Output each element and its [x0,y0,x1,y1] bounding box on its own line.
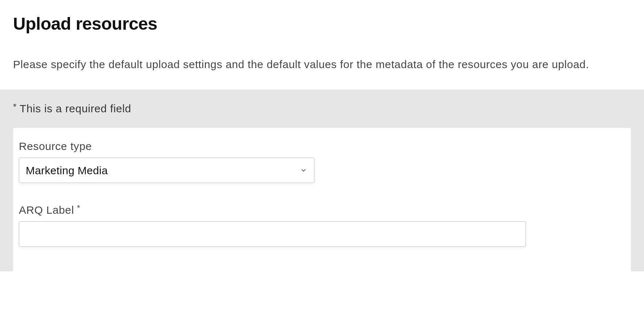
required-note-text: This is a required field [20,103,131,114]
resource-type-select[interactable]: Marketing Media [19,158,314,183]
resource-type-label: Resource type [19,140,625,153]
asterisk-icon: * [77,203,80,212]
arq-label-group: ARQ Label* [19,204,625,247]
resource-type-select-wrapper: Marketing Media [19,158,314,183]
form-card: Resource type Marketing Media ARQ Label* [13,128,631,271]
arq-label-input[interactable] [19,221,526,247]
arq-label-label: ARQ Label* [19,204,625,216]
header-section: Upload resources Please specify the defa… [0,0,644,89]
form-section: *This is a required field Resource type … [0,89,644,271]
page-title: Upload resources [13,14,631,34]
asterisk-icon: * [13,102,17,112]
resource-type-group: Resource type Marketing Media [19,140,625,183]
required-field-note: *This is a required field [13,103,631,115]
page-description: Please specify the default upload settin… [13,57,631,72]
arq-label-text: ARQ Label [19,204,74,216]
